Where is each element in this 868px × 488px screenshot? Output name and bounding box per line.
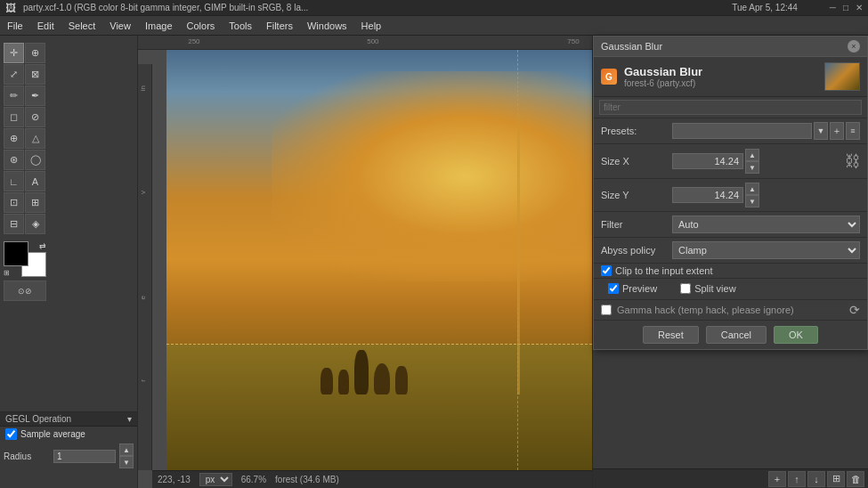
figure-4 xyxy=(395,366,408,394)
right-panel: Gaussian Blur × G Gaussian Blur forest-6… xyxy=(592,36,868,488)
menu-edit[interactable]: Edit xyxy=(30,19,61,33)
dialog-app-icon: G xyxy=(601,69,617,85)
datetime: Tue Apr 5, 12:44 xyxy=(732,3,798,12)
tool-rotate[interactable]: ⤢ xyxy=(4,64,24,85)
presets-input-wrapper: ▼ + ≡ xyxy=(672,122,860,140)
sample-average-row: Sample average xyxy=(0,427,137,442)
tool-move[interactable]: ✛ xyxy=(4,43,24,63)
dialog-button-row: Reset Cancel OK xyxy=(594,321,867,349)
swap-colors-btn[interactable]: ⇄ xyxy=(39,241,46,250)
presets-input[interactable] xyxy=(672,123,812,139)
tool-text[interactable]: A xyxy=(25,171,45,191)
figure-tall xyxy=(354,350,369,394)
tool-measure[interactable]: ∟ xyxy=(4,171,24,191)
pole xyxy=(517,113,520,394)
filter-search-input[interactable] xyxy=(599,100,862,115)
ok-button[interactable]: OK xyxy=(774,326,818,344)
chain-link-icon[interactable]: ⛓ xyxy=(846,148,860,175)
title-bar: 🖼 party.xcf-1.0 (RGB color 8-bit gamma i… xyxy=(0,0,868,16)
unit-select[interactable]: px xyxy=(199,473,232,486)
gamma-checkbox[interactable] xyxy=(601,305,612,315)
menu-tools[interactable]: Tools xyxy=(222,19,259,33)
tool-clone[interactable]: ⊘ xyxy=(25,107,45,127)
presets-row: Presets: ▼ + ≡ xyxy=(594,118,867,144)
tool-select-ellipse[interactable]: ◈ xyxy=(25,214,45,234)
gegl-label: GEGL Operation xyxy=(5,414,71,424)
sample-average-checkbox[interactable] xyxy=(5,428,17,440)
dialog-close-button[interactable]: × xyxy=(848,40,860,53)
tool-pencil[interactable]: ✒ xyxy=(25,85,45,106)
dialog-title-bar: Gaussian Blur × xyxy=(594,37,867,57)
presets-menu-btn[interactable]: ≡ xyxy=(846,122,860,140)
reset-colors-btn[interactable]: ⊞ xyxy=(4,269,10,277)
sample-average-label: Sample average xyxy=(20,429,85,439)
size-y-label: Size Y xyxy=(601,190,672,200)
quick-mask-btn[interactable]: ⊙⊘ xyxy=(4,281,46,301)
tool-heal[interactable]: ⊕ xyxy=(4,128,24,149)
tool-zoom[interactable]: ⊕ xyxy=(25,43,45,63)
delete-layer-btn[interactable]: 🗑 xyxy=(847,471,864,487)
tool-paintbrush[interactable]: ✏ xyxy=(4,85,24,106)
duplicate-layer-btn[interactable]: ⊞ xyxy=(827,471,845,487)
radius-spin-up[interactable]: ▲ xyxy=(119,443,134,456)
radius-input[interactable] xyxy=(53,450,116,463)
maximize-btn[interactable]: □ xyxy=(843,3,848,12)
filter-select[interactable]: Auto xyxy=(672,216,860,233)
presets-add-btn[interactable]: + xyxy=(830,122,844,140)
window-title: party.xcf-1.0 (RGB color 8-bit gamma int… xyxy=(23,3,308,12)
size-x-input[interactable] xyxy=(672,153,743,169)
tool-dodge[interactable]: △ xyxy=(25,128,45,149)
size-y-input[interactable] xyxy=(672,187,743,203)
cancel-button[interactable]: Cancel xyxy=(706,326,767,344)
abyss-select[interactable]: Clamp xyxy=(672,241,860,259)
filter-label: Filter xyxy=(601,219,672,230)
clip-checkbox[interactable] xyxy=(601,265,612,276)
lower-layer-btn[interactable]: ↓ xyxy=(807,471,825,487)
close-btn[interactable]: ✕ xyxy=(856,3,863,12)
left-toolbar: ✛ ⊕ ⤢ ⊠ ✏ ✒ ◻ ⊘ ⊕ △ ⊛ ◯ xyxy=(0,36,138,488)
minimize-btn[interactable]: ─ xyxy=(830,3,836,12)
abyss-label: Abyss policy xyxy=(601,245,672,256)
tool-smudge[interactable]: ⊛ xyxy=(4,150,24,170)
radius-spin-down[interactable]: ▼ xyxy=(119,456,134,468)
new-layer-btn[interactable]: + xyxy=(768,471,786,487)
tool-eraser[interactable]: ◻ xyxy=(4,107,24,127)
menu-help[interactable]: Help xyxy=(354,19,389,33)
gamma-label: Gamma hack (temp hack, please ignore) xyxy=(617,305,794,315)
tool-gradient[interactable]: ⊞ xyxy=(25,192,45,213)
menu-select[interactable]: Select xyxy=(61,19,103,33)
raise-layer-btn[interactable]: ↑ xyxy=(788,471,806,487)
tool-fill[interactable]: ⊡ xyxy=(4,192,24,213)
menu-image[interactable]: Image xyxy=(138,19,180,33)
tool-blur[interactable]: ◯ xyxy=(25,150,45,170)
coordinates: 223, -13 xyxy=(158,475,191,484)
tool-crop[interactable]: ⊠ xyxy=(25,64,45,85)
foreground-color-swatch[interactable] xyxy=(4,241,28,266)
refresh-btn[interactable]: ⟳ xyxy=(849,303,860,317)
figure-2 xyxy=(338,370,349,394)
menu-windows[interactable]: Windows xyxy=(300,19,354,33)
reset-button[interactable]: Reset xyxy=(643,326,699,344)
menu-filters[interactable]: Filters xyxy=(259,19,300,33)
size-x-up[interactable]: ▲ xyxy=(745,149,759,161)
figure-1 xyxy=(320,368,333,394)
presets-dropdown-btn[interactable]: ▼ xyxy=(814,122,828,140)
menu-colors[interactable]: Colors xyxy=(180,19,223,33)
clip-label: Clip to the input extent xyxy=(615,265,712,276)
menu-view[interactable]: View xyxy=(102,19,138,33)
split-view-checkbox[interactable] xyxy=(680,283,691,294)
split-view-label-group: Split view xyxy=(673,281,742,297)
tool-select-rect[interactable]: ⊟ xyxy=(4,214,24,234)
size-x-row: Size X ▲ ▼ ⛓ xyxy=(594,144,867,179)
dialog-sub-heading: forest-6 (party.xcf) xyxy=(624,78,702,88)
menu-file[interactable]: File xyxy=(0,19,30,33)
size-y-down[interactable]: ▼ xyxy=(745,195,759,207)
preview-label-group: Preview xyxy=(601,281,664,297)
size-y-input-wrapper: ▲ ▼ xyxy=(672,183,839,207)
size-x-input-wrapper: ▲ ▼ xyxy=(672,149,846,174)
size-y-up[interactable]: ▲ xyxy=(745,183,759,195)
gegl-collapse-btn[interactable]: ▾ xyxy=(127,414,132,424)
preview-checkbox[interactable] xyxy=(608,283,619,294)
size-x-down[interactable]: ▼ xyxy=(745,161,759,174)
app-icon: 🖼 xyxy=(5,2,16,14)
